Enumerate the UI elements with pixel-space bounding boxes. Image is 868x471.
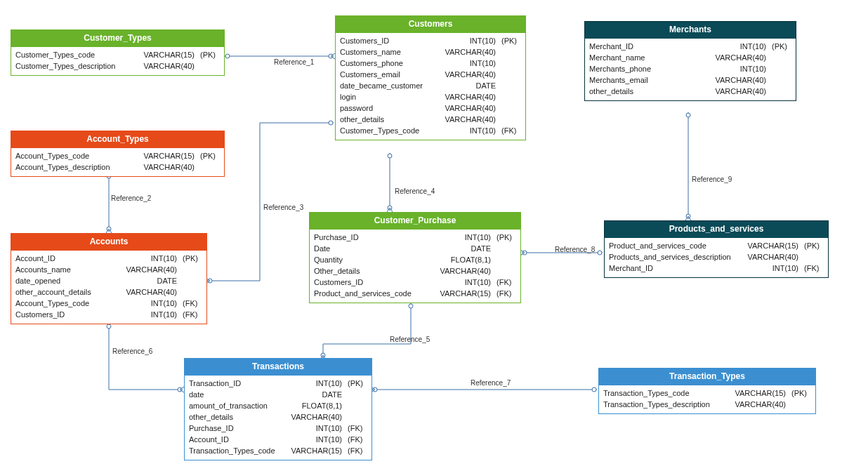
entity-columns: Transaction_Types_codeVARCHAR(15)(PK) Tr…: [599, 385, 815, 413]
column-row: Product_and_services_codeVARCHAR(15)(FK): [314, 288, 516, 299]
column-row: passwordVARCHAR(40): [340, 102, 521, 114]
ref-label-8: Reference_8: [555, 246, 595, 253]
column-row: Customers_IDINT(10)(PK): [340, 35, 521, 46]
column-row: date_openedDATE: [15, 275, 202, 286]
entity-title: Accounts: [11, 234, 206, 251]
entity-products-services[interactable]: Products_and_services Product_and_servic…: [604, 220, 829, 278]
entity-accounts[interactable]: Accounts Account_IDINT(10)(PK) Accounts_…: [11, 233, 207, 324]
column-row: Customers_IDINT(10)(FK): [15, 309, 202, 320]
entity-title: Customer_Types: [11, 30, 224, 47]
column-row: other_detailsVARCHAR(40): [589, 86, 791, 97]
column-row: Customers_emailVARCHAR(40): [340, 69, 521, 80]
svg-point-8: [522, 251, 527, 255]
column-row: Products_and_services_descriptionVARCHAR…: [609, 251, 824, 263]
svg-point-3: [107, 227, 111, 231]
column-row: Account_Types_codeVARCHAR(15)(PK): [15, 150, 220, 161]
svg-point-6: [388, 154, 392, 158]
svg-point-7: [388, 206, 392, 210]
svg-point-17: [592, 387, 596, 392]
column-row: Customers_nameVARCHAR(40): [340, 46, 521, 58]
column-row: QuantityFLOAT(8,1): [314, 254, 516, 265]
ref-label-1: Reference_1: [274, 58, 314, 66]
ref-label-4: Reference_4: [395, 187, 435, 195]
entity-customer-purchase[interactable]: Customer_Purchase Purchase_IDINT(10)(PK)…: [309, 212, 521, 303]
column-row: date_became_customerDATE: [340, 80, 521, 91]
column-row: Merchants_emailVARCHAR(40): [589, 74, 791, 86]
column-row: Other_detailsVARCHAR(40): [314, 265, 516, 277]
column-row: dateDATE: [189, 389, 367, 400]
entity-customers[interactable]: Customers Customers_IDINT(10)(PK) Custom…: [335, 15, 526, 140]
column-row: other_detailsVARCHAR(40): [340, 114, 521, 125]
entity-merchants[interactable]: Merchants Merchant_IDINT(10)(PK) Merchan…: [584, 21, 796, 101]
entity-columns: Product_and_services_codeVARCHAR(15)(PK)…: [605, 238, 828, 277]
svg-point-13: [321, 353, 325, 357]
svg-point-15: [178, 387, 182, 392]
column-row: Account_IDINT(10)(FK): [189, 434, 367, 445]
svg-point-5: [208, 279, 212, 283]
column-row: Account_Types_codeINT(10)(FK): [15, 298, 202, 309]
column-row: other_detailsVARCHAR(40): [189, 411, 367, 423]
svg-point-1: [329, 54, 333, 58]
column-row: Merchant_IDINT(10)(FK): [609, 263, 824, 274]
column-row: Transaction_IDINT(10)(PK): [189, 378, 367, 389]
entity-title: Transactions: [185, 359, 371, 376]
entity-title: Products_and_services: [605, 221, 828, 238]
entity-transaction-types[interactable]: Transaction_Types Transaction_Types_code…: [598, 368, 816, 414]
entity-title: Merchants: [585, 22, 796, 39]
column-row: Customer_Types_descriptionVARCHAR(40): [15, 60, 220, 72]
column-row: Account_Types_descriptionVARCHAR(40): [15, 161, 220, 173]
column-row: Customer_Types_codeINT(10)(FK): [340, 125, 521, 136]
entity-title: Customers: [336, 16, 525, 33]
ref-label-9: Reference_9: [692, 175, 732, 183]
entity-columns: Customer_Types_codeVARCHAR(15)(PK) Custo…: [11, 47, 224, 75]
column-row: Transaction_Types_codeVARCHAR(15)(FK): [189, 445, 367, 456]
column-row: Merchant_IDINT(10)(PK): [589, 41, 791, 52]
column-row: Customers_IDINT(10)(FK): [314, 277, 516, 288]
entity-title: Transaction_Types: [599, 369, 815, 385]
svg-point-10: [686, 113, 690, 117]
column-row: Account_IDINT(10)(PK): [15, 253, 202, 264]
entity-columns: Customers_IDINT(10)(PK) Customers_nameVA…: [336, 33, 525, 140]
column-row: Accounts_nameVARCHAR(40): [15, 264, 202, 275]
entity-columns: Merchant_IDINT(10)(PK) Merchant_nameVARC…: [585, 39, 796, 100]
entity-title: Customer_Purchase: [310, 213, 520, 230]
column-row: loginVARCHAR(40): [340, 91, 521, 102]
entity-customer-types[interactable]: Customer_Types Customer_Types_codeVARCHA…: [11, 29, 225, 76]
svg-point-4: [329, 121, 333, 125]
column-row: Purchase_IDINT(10)(PK): [314, 232, 516, 243]
column-row: DateDATE: [314, 243, 516, 254]
svg-point-9: [598, 251, 602, 255]
ref-label-3: Reference_3: [263, 204, 303, 211]
entity-account-types[interactable]: Account_Types Account_Types_codeVARCHAR(…: [11, 131, 225, 177]
column-row: Merchants_phoneINT(10): [589, 63, 791, 74]
svg-point-0: [225, 54, 230, 58]
svg-point-14: [107, 324, 111, 329]
ref-label-7: Reference_7: [471, 379, 511, 387]
entity-columns: Transaction_IDINT(10)(PK) dateDATE amoun…: [185, 376, 371, 460]
column-row: Merchant_nameVARCHAR(40): [589, 52, 791, 63]
column-row: Transaction_Types_codeVARCHAR(15)(PK): [603, 387, 811, 399]
svg-point-12: [409, 304, 413, 308]
column-row: other_account_detailsVARCHAR(40): [15, 286, 202, 298]
ref-label-2: Reference_2: [111, 194, 151, 202]
entity-transactions[interactable]: Transactions Transaction_IDINT(10)(PK) d…: [184, 358, 372, 460]
entity-title: Account_Types: [11, 131, 224, 148]
column-row: Customers_phoneINT(10): [340, 58, 521, 69]
column-row: Purchase_IDINT(10)(FK): [189, 423, 367, 434]
column-row: Product_and_services_codeVARCHAR(15)(PK): [609, 240, 824, 251]
svg-point-16: [373, 387, 377, 392]
column-row: Transaction_Types_descriptionVARCHAR(40): [603, 399, 811, 410]
column-row: Customer_Types_codeVARCHAR(15)(PK): [15, 49, 220, 60]
ref-label-5: Reference_5: [390, 336, 430, 343]
entity-columns: Account_Types_codeVARCHAR(15)(PK) Accoun…: [11, 148, 224, 176]
entity-columns: Account_IDINT(10)(PK) Accounts_nameVARCH…: [11, 251, 206, 324]
svg-point-11: [686, 214, 690, 218]
column-row: amount_of_transactionFLOAT(8,1): [189, 400, 367, 411]
entity-columns: Purchase_IDINT(10)(PK) DateDATE Quantity…: [310, 230, 520, 303]
ref-label-6: Reference_6: [112, 347, 152, 355]
